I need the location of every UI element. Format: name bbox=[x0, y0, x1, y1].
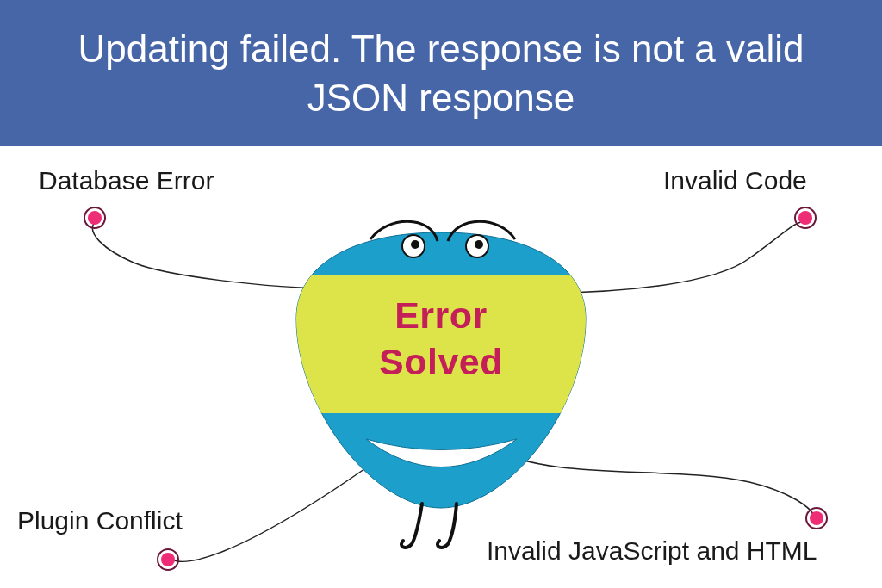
arm-bottom-right bbox=[491, 448, 814, 515]
dot-bottom-left bbox=[158, 549, 178, 570]
diagram-root: Updating failed. The response is not a v… bbox=[0, 0, 882, 588]
svg-point-7 bbox=[798, 211, 812, 225]
label-invalid-code: Invalid Code bbox=[663, 166, 807, 195]
svg-point-1 bbox=[411, 240, 419, 249]
svg-point-5 bbox=[88, 211, 102, 225]
label-plugin-conflict: Plugin Conflict bbox=[17, 506, 183, 535]
mascot-belly-text: Error Solved bbox=[355, 293, 527, 386]
label-database-error: Database Error bbox=[39, 166, 214, 195]
label-invalid-js-html: Invalid JavaScript and HTML bbox=[487, 536, 817, 566]
dot-top-right bbox=[795, 207, 816, 228]
dot-bottom-right bbox=[806, 508, 827, 529]
mascot-leg-left bbox=[401, 504, 422, 548]
dot-top-left bbox=[84, 207, 105, 228]
svg-point-11 bbox=[810, 511, 823, 525]
belly-line1: Error bbox=[394, 294, 488, 336]
belly-line2: Solved bbox=[379, 341, 503, 382]
svg-point-3 bbox=[475, 240, 483, 249]
arm-top-right bbox=[551, 222, 801, 293]
mascot-leg-right bbox=[438, 504, 457, 548]
svg-point-9 bbox=[161, 553, 175, 566]
arm-bottom-left bbox=[172, 465, 370, 561]
arm-top-left bbox=[92, 222, 336, 288]
